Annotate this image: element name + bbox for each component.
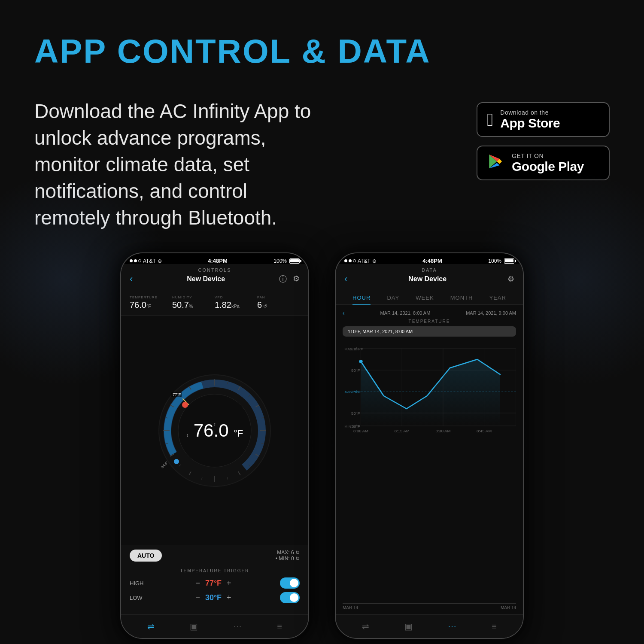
- vpd-stat: VPD 1.82kPa: [215, 295, 257, 310]
- fan-stat-label: FAN: [257, 295, 300, 299]
- battery-pct-left: 100%: [273, 258, 287, 264]
- data-status-left: AT&T ⊖: [344, 258, 377, 264]
- data-nav-icon-1[interactable]: ⇌: [362, 621, 369, 632]
- low-minus-btn[interactable]: −: [195, 593, 200, 602]
- tab-hour[interactable]: HOUR: [352, 295, 371, 305]
- tab-week[interactable]: WEEK: [416, 295, 434, 304]
- chart-area: ‹ MAR 14, 2021, 8:00 AM MAR 14, 2021, 9:…: [336, 305, 523, 614]
- nav-icon-2[interactable]: ▣: [190, 621, 198, 632]
- svg-text:50°F: 50°F: [351, 412, 360, 416]
- google-play-badge[interactable]: GET IT ON Google Play: [477, 146, 610, 180]
- status-left: AT&T ⊖: [130, 258, 162, 264]
- temperature-chart: 120°F 90°F 75°F 50°F 30°F MAX 120°F AVG …: [343, 340, 516, 434]
- temp-stat-value: 76.0°F: [130, 300, 172, 310]
- app-store-small-text: Download on the: [500, 109, 560, 116]
- auto-badge[interactable]: AUTO: [130, 550, 162, 562]
- nav-icon-1[interactable]: ⇌: [147, 621, 155, 632]
- tab-year[interactable]: YEAR: [489, 295, 506, 304]
- device-name-right: New Device: [408, 275, 447, 283]
- battery-icon-right: [504, 258, 514, 264]
- device-name-left: New Device: [187, 275, 225, 283]
- google-play-large-text: Google Play: [512, 159, 584, 173]
- page-title: APP CONTROL & DATA: [34, 34, 610, 68]
- phone-data-wrapper: AT&T ⊖ 4:48PM 100% DATA: [335, 252, 524, 639]
- svg-text:8:00 AM: 8:00 AM: [353, 429, 368, 434]
- google-play-text-group: GET IT ON Google Play: [512, 152, 584, 173]
- vpd-stat-label: VPD: [215, 295, 257, 299]
- back-icon-left[interactable]: ‹: [130, 273, 133, 285]
- gauge-temp-value: 76.0: [194, 420, 229, 440]
- gauge-area: ↕ ↕ 76.0 °F: [121, 316, 308, 545]
- info-icon-left[interactable]: ⓘ: [279, 274, 287, 284]
- phone-controls-wrapper: AT&T ⊖ 4:48PM 100% CONTROLS: [120, 252, 309, 639]
- data-nav-icon-4[interactable]: ≡: [492, 622, 497, 632]
- tab-month[interactable]: MONTH: [450, 295, 473, 304]
- gauge-center-value: ↕ 76.0 °F: [186, 420, 243, 441]
- svg-text:90°F: 90°F: [351, 369, 360, 373]
- nav-icons-right-left: ⓘ ⚙: [279, 274, 300, 284]
- back-icon-right[interactable]: ‹: [344, 273, 347, 285]
- data-nav: ‹ New Device ⚙: [344, 273, 514, 285]
- nav-icon-3[interactable]: ⋯: [233, 621, 242, 632]
- data-screen-title: DATA: [344, 267, 514, 273]
- data-nav-icon-2[interactable]: ▣: [404, 621, 413, 632]
- high-plus-btn[interactable]: +: [227, 579, 231, 588]
- temp-trigger-section: TEMPERATURE TRIGGER HIGH − 77°F +: [130, 565, 300, 610]
- data-status-bar: AT&T ⊖ 4:48PM 100%: [336, 253, 523, 264]
- time-left: 4:48PM: [208, 258, 228, 264]
- fan-max: MAX: 6 ↻: [276, 550, 300, 556]
- apple-icon: : [487, 111, 493, 129]
- chart-date-footer: MAR 14 MAR 14: [343, 603, 516, 610]
- dot-1: [130, 259, 133, 262]
- nav-icon-4[interactable]: ≡: [277, 622, 282, 632]
- data-dot-2: [349, 259, 352, 262]
- footer-date-start: MAR 14: [343, 605, 358, 610]
- auto-fan-row: AUTO MAX: 6 ↻ • MIN: 0 ↻: [130, 550, 300, 562]
- fan-stat-value: 6 ↺: [257, 300, 300, 310]
- fan-stat: FAN 6 ↺: [257, 295, 300, 310]
- footer-date-end: MAR 14: [501, 605, 516, 610]
- chart-date-start: MAR 14, 2021, 8:00 AM: [380, 310, 431, 316]
- app-store-badge[interactable]:  Download on the App Store: [477, 102, 610, 137]
- dot-3: [138, 259, 141, 262]
- time-right: 4:48PM: [422, 258, 442, 264]
- content-row: Download the AC Infinity App to unlock a…: [0, 98, 644, 231]
- page-wrapper: APP CONTROL & DATA Download the AC Infin…: [0, 0, 644, 644]
- wifi-icon-left: ⊖: [158, 258, 162, 264]
- low-toggle[interactable]: [280, 592, 300, 603]
- controls-bottom-bar: ⇌ ▣ ⋯ ≡: [121, 614, 308, 638]
- svg-text:AVG 75°F: AVG 75°F: [344, 391, 361, 395]
- wifi-icon-right: ⊖: [372, 258, 377, 264]
- status-right-left: 100%: [273, 258, 300, 264]
- controls-screen-title: CONTROLS: [130, 267, 300, 273]
- temp-stat: TEMPERTURE 76.0°F: [130, 295, 172, 310]
- dot-2: [134, 259, 137, 262]
- settings-icon-right[interactable]: ⚙: [507, 274, 514, 284]
- battery-fill-left: [290, 259, 299, 262]
- humidity-stat-value: 50.7%: [172, 300, 215, 310]
- trigger-low-controls: − 30°F +: [195, 593, 231, 602]
- trigger-low-row: LOW − 30°F +: [130, 592, 300, 603]
- data-dot-1: [344, 259, 347, 262]
- battery-pct-right: 100%: [488, 258, 501, 264]
- settings-icon-left[interactable]: ⚙: [293, 274, 300, 284]
- trigger-high-value: 77°F: [205, 579, 222, 588]
- high-toggle[interactable]: [280, 577, 300, 589]
- carrier-left: AT&T: [143, 258, 156, 264]
- tab-day[interactable]: DAY: [387, 295, 399, 304]
- signal-dots: [130, 259, 141, 262]
- chart-nav-left[interactable]: ‹: [343, 310, 345, 316]
- phone-controls-frame: AT&T ⊖ 4:48PM 100% CONTROLS: [120, 252, 309, 639]
- fan-min: • MIN: 0 ↻: [276, 556, 300, 562]
- svg-text:8:45 AM: 8:45 AM: [477, 429, 492, 434]
- data-signal-dots: [344, 259, 356, 262]
- data-nav-icon-3[interactable]: ⋯: [448, 621, 456, 632]
- trigger-low-label: LOW: [130, 595, 147, 601]
- humidity-stat-label: HUMIDITY: [172, 295, 215, 299]
- fan-controls: MAX: 6 ↻ • MIN: 0 ↻: [276, 550, 300, 562]
- status-right-right: 100%: [488, 258, 514, 264]
- controls-header: CONTROLS ‹ New Device ⓘ ⚙: [121, 264, 308, 290]
- high-minus-btn[interactable]: −: [195, 579, 200, 588]
- svg-text:8:15 AM: 8:15 AM: [395, 429, 410, 434]
- low-plus-btn[interactable]: +: [227, 593, 231, 602]
